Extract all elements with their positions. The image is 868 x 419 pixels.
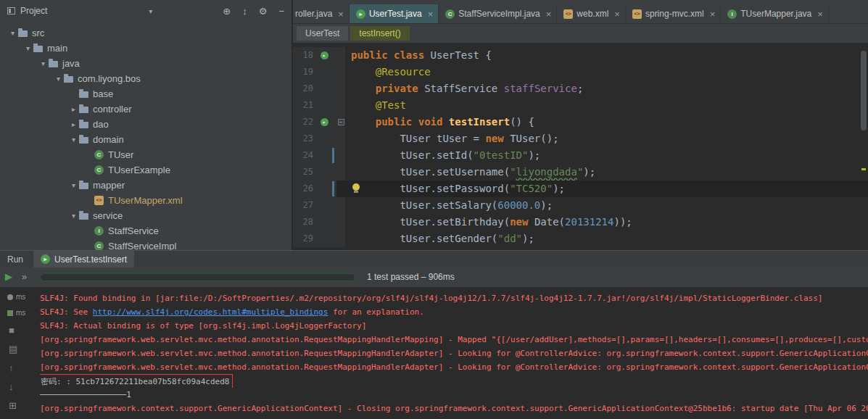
run-test-gutter-icon[interactable]: ▸ <box>321 51 328 59</box>
project-view-dropdown-caret-icon[interactable]: ▾ <box>149 7 152 15</box>
layout-grid-icon[interactable]: ⊞ <box>0 399 36 412</box>
tree-item-staffservice[interactable]: IStaffService <box>0 223 292 238</box>
fold-collapse-icon[interactable]: − <box>338 119 344 125</box>
line-number[interactable]: 29 <box>293 231 318 247</box>
tab-close-icon[interactable]: × <box>817 9 823 20</box>
breadcrumb-testinsert[interactable]: testInsert() <box>350 26 409 41</box>
tree-item-base[interactable]: base <box>0 86 292 101</box>
code-line-23[interactable]: 23 TUser tUser = new TUser(); <box>293 130 868 147</box>
tree-item-java[interactable]: ▾java <box>0 56 292 71</box>
run-test-gutter-icon[interactable]: ▸ <box>321 118 328 126</box>
editor-tab-roller-java[interactable]: roller.java× <box>293 4 350 23</box>
editor-tab-web-xml[interactable]: <>web.xml× <box>557 4 626 23</box>
tree-item-domain[interactable]: ▾domain <box>0 132 292 147</box>
editor-tab-spring-mvc-xml[interactable]: <>spring-mvc.xml× <box>626 4 721 23</box>
tab-close-icon[interactable]: × <box>428 9 434 20</box>
code-text[interactable]: tUser.setGender("dd"); <box>345 231 868 247</box>
line-number[interactable]: 19 <box>293 64 318 80</box>
intention-bulb-icon[interactable] <box>352 183 360 191</box>
code-line-24[interactable]: 24 tUser.setId("0testID"); <box>293 147 868 164</box>
code-text[interactable]: tUser.setBirthday(new Date(20131214)); <box>345 214 868 231</box>
line-number[interactable]: 22 <box>293 114 318 130</box>
rerun-tests-button[interactable]: ▶ <box>5 272 12 281</box>
tab-close-icon[interactable]: × <box>546 9 552 20</box>
code-text[interactable]: @Resource <box>345 64 868 80</box>
code-line-21[interactable]: 21 @Test <box>293 97 868 114</box>
chevron-down-icon[interactable]: ▾ <box>68 212 79 220</box>
chevron-down-icon[interactable]: ▾ <box>53 75 64 83</box>
code-line-28[interactable]: 28 tUser.setBirthday(new Date(20131214))… <box>293 214 868 231</box>
line-number[interactable]: 27 <box>293 197 318 214</box>
line-number[interactable]: 18 <box>293 47 318 64</box>
hide-panel-icon[interactable]: − <box>278 7 284 16</box>
code-line-22[interactable]: 22▸− public void testInsert() { <box>293 114 868 130</box>
editor-scrollbar-thumb[interactable] <box>861 51 867 130</box>
code-line-29[interactable]: 29 tUser.setGender("dd"); <box>293 231 868 247</box>
collapse-all-icon[interactable]: ↕ <box>242 7 247 16</box>
tree-item-com-liyong-bos[interactable]: ▾com.liyong.bos <box>0 71 292 86</box>
code-line-26[interactable]: 26 tUser.setPassword("TC520"); <box>293 181 868 197</box>
chevron-right-icon[interactable]: ▸ <box>68 105 79 113</box>
down-stack-trace-icon[interactable]: ↓ <box>0 380 36 394</box>
code-text[interactable]: public void testInsert() { <box>345 114 868 130</box>
tab-close-icon[interactable]: × <box>710 9 716 20</box>
line-number[interactable]: 21 <box>293 97 318 114</box>
console-line: SLF4J: Actual binding is of type [org.sl… <box>40 319 868 333</box>
settings-gear-icon[interactable]: ⚙ <box>259 7 268 16</box>
code-line-18[interactable]: 18▸public class UserTest { <box>293 47 868 64</box>
console-output[interactable]: SLF4J: Found binding in [jar:file:/D:/So… <box>36 287 868 419</box>
locate-icon[interactable]: ⊕ <box>223 7 231 16</box>
run-configuration-tab[interactable]: ▸ UserTest.testInsert <box>33 251 134 267</box>
tree-item-mapper[interactable]: ▾mapper <box>0 178 292 193</box>
code-text[interactable]: TUser tUser = new TUser(); <box>345 130 868 147</box>
tree-item-tuser[interactable]: CTUser <box>0 147 292 162</box>
chevron-down-icon[interactable]: ▾ <box>38 59 49 67</box>
console-view-icon[interactable]: ▤ <box>0 342 36 356</box>
line-number[interactable]: 28 <box>293 214 318 231</box>
up-stack-trace-icon[interactable]: ↑ <box>0 361 36 375</box>
code-text[interactable]: private StaffService staffService; <box>345 80 868 97</box>
warning-stripe-mark[interactable] <box>861 168 866 170</box>
tree-item-controller[interactable]: ▸controller <box>0 101 292 117</box>
code-text[interactable]: tUser.setPassword("TC520"); <box>345 181 868 197</box>
line-number[interactable]: 23 <box>293 130 318 147</box>
editor-tab-tusermapper-java[interactable]: ITUserMapper.java× <box>721 4 829 23</box>
tree-item-staffserviceimpl[interactable]: CStaffServiceImpl <box>0 238 292 250</box>
line-number[interactable]: 24 <box>293 147 318 164</box>
tree-item-src[interactable]: ▾src <box>0 25 292 41</box>
tree-item-tusermapper-xml[interactable]: <>TUserMapper.xml <box>0 193 292 208</box>
tree-item-service[interactable]: ▾service <box>0 208 292 223</box>
code-line-20[interactable]: 20 private StaffService staffService; <box>293 80 868 97</box>
code-text[interactable]: tUser.setUsername("liyongdada"); <box>345 164 868 181</box>
chevron-down-icon[interactable]: ▾ <box>68 181 79 189</box>
chevron-right-icon[interactable]: ▸ <box>68 120 79 128</box>
tree-item-tuserexample[interactable]: CTUserExample <box>0 162 292 178</box>
fold-column <box>336 130 345 147</box>
code-text[interactable]: public class UserTest { <box>345 47 868 64</box>
expand-toolbar-icon[interactable]: » <box>22 272 27 281</box>
code-text[interactable]: tUser.setSalary(60000.0); <box>345 197 868 214</box>
run-toolbar: 1 test passed – 906ms ▶» <box>0 267 868 287</box>
test-status-text: 1 test passed – 906ms <box>367 272 455 282</box>
code-area[interactable]: 18▸public class UserTest {19 @Resource20… <box>293 44 868 250</box>
chevron-down-icon[interactable]: ▾ <box>22 44 33 52</box>
tree-item-dao[interactable]: ▸dao <box>0 117 292 132</box>
tree-item-main[interactable]: ▾main <box>0 41 292 56</box>
chevron-down-icon[interactable]: ▾ <box>68 136 79 144</box>
stop-button[interactable]: ■ <box>0 323 36 337</box>
code-line-27[interactable]: 27 tUser.setSalary(60000.0); <box>293 197 868 214</box>
tab-close-icon[interactable]: × <box>614 9 620 20</box>
code-text[interactable]: @Test <box>345 97 868 114</box>
line-number[interactable]: 20 <box>293 80 318 97</box>
code-line-19[interactable]: 19 @Resource <box>293 64 868 80</box>
chevron-down-icon[interactable]: ▾ <box>7 29 18 37</box>
console-hyperlink[interactable]: http://www.slf4j.org/codes.html#multiple… <box>93 307 328 317</box>
code-line-25[interactable]: 25 tUser.setUsername("liyongdada"); <box>293 164 868 181</box>
line-number[interactable]: 25 <box>293 164 318 181</box>
editor-tab-usertest-java[interactable]: ▸UserTest.java× <box>350 4 439 23</box>
editor-tab-staffserviceimpl-java[interactable]: CStaffServiceImpl.java× <box>439 4 557 23</box>
code-text[interactable]: tUser.setId("0testID"); <box>345 147 868 164</box>
tab-close-icon[interactable]: × <box>338 9 344 20</box>
line-number[interactable]: 26 <box>293 181 318 197</box>
breadcrumb-usertest[interactable]: UserTest <box>297 26 348 41</box>
